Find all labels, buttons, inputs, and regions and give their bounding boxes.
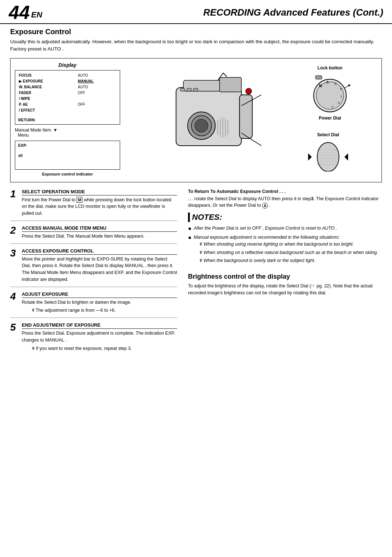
note-1: ● After the Power Dial is set to OFF , E… <box>188 225 382 232</box>
svg-point-5 <box>195 119 208 132</box>
step-4-heading: ADJUST EXPOSURE <box>22 291 177 298</box>
svg-text:A: A <box>338 101 340 105</box>
step-3-content: ACCESS EXPOSURE CONTROL Move the pointer… <box>22 248 177 283</box>
note-sub-3: ¥When the background is overly dark or t… <box>200 257 378 264</box>
controls-panel: Lock button M A S P L A Y <box>305 62 377 178</box>
section-title: Exposure Control <box>10 28 382 36</box>
intro-text: Usually this is adjusted automatically. … <box>10 38 382 53</box>
step-3-body: Move the pointer and highlight bar to EX… <box>22 256 177 283</box>
m-icon: M <box>77 197 82 203</box>
note-2-bullet: ● <box>188 234 192 266</box>
step-2-number: 2 <box>10 225 19 240</box>
select-dial-group: Select Dial <box>308 132 348 171</box>
svg-text:S: S <box>334 82 336 85</box>
step-3-number: 3 <box>10 248 19 283</box>
steps-columns: 1 SELECT OPERATION MODE First turn the P… <box>10 189 382 360</box>
lock-button-label: Lock button <box>318 65 343 70</box>
svg-text:A: A <box>326 80 329 84</box>
main-content: Exposure Control Usually this is adjuste… <box>0 28 392 360</box>
page-suffix: EN <box>31 10 42 20</box>
diagram-box: Display FOCUSAUTO ▶ EXPOSUREMANUAL W. BA… <box>10 58 382 182</box>
svg-point-14 <box>246 88 252 94</box>
svg-text:M: M <box>319 84 322 88</box>
svg-text:Y: Y <box>331 105 334 109</box>
step-5-heading: END ADJUSTMENT OF EXPOSURE <box>22 322 177 329</box>
return-heading: To Return To Automatic Exposure Control … <box>188 189 382 194</box>
exposure-indicator-label: Exposure control indicator <box>15 172 120 176</box>
svg-text:P: P <box>340 87 342 91</box>
svg-rect-15 <box>180 88 185 91</box>
step-1-heading: SELECT OPERATION MODE <box>22 189 177 195</box>
step-1: 1 SELECT OPERATION MODE First turn the P… <box>10 189 177 221</box>
header-title: RECORDING Advanced Features (Cont.) <box>203 7 383 18</box>
display-screen: FOCUSAUTO ▶ EXPOSUREMANUAL W. BALANCEAUT… <box>15 70 120 125</box>
step-2: 2 ACCESS MANUAL MODE ITEM MENU Press the… <box>10 225 177 244</box>
power-dial-label: Power Dial <box>319 116 341 121</box>
brightness-title: Brightness control of the display <box>188 273 382 280</box>
notes-section: NOTES: ● After the Power Dial is set to … <box>188 213 382 266</box>
step-4-content: ADJUST EXPOSURE Rotate the Select Dial t… <box>22 291 177 314</box>
notes-title: NOTES: <box>188 213 382 222</box>
svg-rect-6 <box>240 95 252 138</box>
return-label: RETURN <box>18 118 117 122</box>
svg-rect-17 <box>193 88 198 91</box>
note-1-text: After the Power Dial is set to OFF , Exp… <box>194 225 337 232</box>
lock-power-dial-group: Lock button M A S P L A Y <box>308 65 352 122</box>
step-3: 3 ACCESS EXPOSURE CONTROL Move the point… <box>10 248 177 287</box>
step-3-heading: ACCESS EXPOSURE CONTROL <box>22 248 177 255</box>
exp-box: EXP. ±0 <box>15 141 120 170</box>
step-2-body: Press the Select Dial. The Manual Mode I… <box>22 233 177 240</box>
camera-diagram <box>120 62 305 178</box>
step-4: 4 ADJUST EXPOSURE Rotate the Select Dial… <box>10 291 177 318</box>
display-panel: Display FOCUSAUTO ▶ EXPOSUREMANUAL W. BA… <box>15 62 120 178</box>
camera-svg <box>154 62 270 178</box>
manual-mode-label: Manual Mode Item ▼ <box>15 128 120 133</box>
return-section: To Return To Automatic Exposure Control … <box>188 189 382 209</box>
svg-text:L: L <box>341 94 343 98</box>
steps-left: 1 SELECT OPERATION MODE First turn the P… <box>10 189 177 360</box>
note-1-bullet: ● <box>188 225 192 232</box>
step-1-content: SELECT OPERATION MODE First turn the Pow… <box>22 189 177 217</box>
select-dial-label: Select Dial <box>317 132 339 137</box>
steps-right: To Return To Automatic Exposure Control … <box>188 189 382 360</box>
svg-rect-27 <box>315 76 322 79</box>
step-2-heading: ACCESS MANUAL MODE ITEM MENU <box>22 225 177 232</box>
note-2: ● Manual exposure adjustment is recommen… <box>188 234 382 266</box>
step-2-content: ACCESS MANUAL MODE ITEM MENU Press the S… <box>22 225 177 240</box>
step-4-number: 4 <box>10 291 19 314</box>
svg-point-28 <box>317 142 339 171</box>
step-5: 5 END ADJUSTMENT OF EXPOSURE Press the S… <box>10 322 177 355</box>
exp-label: EXP. <box>18 143 117 148</box>
menu-label: Menu <box>18 133 120 138</box>
page-header: 44 EN RECORDING Advanced Features (Cont.… <box>0 0 392 24</box>
brightness-text: To adjust the brightness of the display,… <box>188 283 382 296</box>
step-1-number: 1 <box>10 189 19 217</box>
return-body: .... rotate the Select Dial to display A… <box>188 195 382 209</box>
note-2-text: Manual exposure adjustment is recommende… <box>194 234 378 266</box>
exp-value: ±0 <box>18 153 117 158</box>
step-4-note: ¥ The adjustment range is from —6 to +6. <box>32 307 177 314</box>
note-sub-2: ¥When shooting on a reflective natural b… <box>200 249 378 256</box>
step-1-body: First turn the Power Dial to M while pre… <box>22 197 177 217</box>
brightness-section: Brightness control of the display To adj… <box>188 273 382 296</box>
a-icon: A <box>262 203 268 209</box>
step-5-note: ¥ If you want to reset the exposure, rep… <box>32 345 177 352</box>
step-5-number: 5 <box>10 322 19 352</box>
step-5-content: END ADJUSTMENT OF EXPOSURE Press the Sel… <box>22 322 177 352</box>
page-number: 44 <box>9 3 30 22</box>
display-label: Display <box>15 62 120 68</box>
svg-rect-2 <box>220 77 241 92</box>
note-sub-1: ¥When shooting using reverse lighting or… <box>200 241 378 248</box>
select-dial-svg <box>308 139 348 171</box>
svg-rect-16 <box>187 88 191 91</box>
step-5-body: Press the Select Dial. Exposure adjustme… <box>22 330 177 344</box>
power-dial-svg: M A S P L A Y <box>308 72 352 116</box>
step-4-body: Rotate the Select Dial to brighten or da… <box>22 299 177 306</box>
